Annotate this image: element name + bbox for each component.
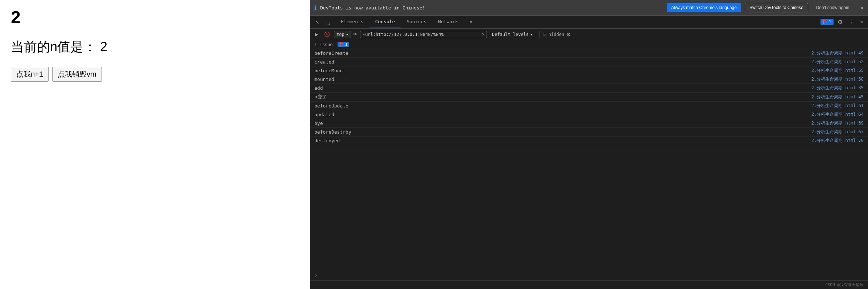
url-filter-input-container[interactable]: × (360, 31, 487, 38)
levels-label: Default levels (492, 32, 529, 37)
tab-network[interactable]: Network (432, 16, 464, 28)
log-text: add (314, 85, 323, 91)
source-link[interactable]: 2.分析生命周期.html:45 (811, 94, 864, 100)
log-text: bye (314, 121, 323, 126)
source-link[interactable]: 2.分析生命周期.html:39 (811, 120, 864, 126)
table-row: beforeUpdate 2.分析生命周期.html:61 (310, 102, 868, 110)
dont-show-again-button[interactable]: Don't show again (812, 3, 854, 12)
console-prompt: › (310, 270, 868, 280)
source-link[interactable]: 2.分析生命周期.html:58 (811, 76, 864, 82)
settings-icon[interactable]: ⚙ (836, 17, 844, 27)
log-text: beforeUpdate (314, 103, 348, 109)
issues-row: 1 Issue: 🚩 1 (310, 40, 868, 49)
source-link[interactable]: 2.分析生命周期.html:52 (811, 59, 864, 65)
close-devtools-icon[interactable]: × (858, 18, 865, 27)
console-settings-icon[interactable]: ⚙ (566, 32, 571, 37)
table-row: created 2.分析生命周期.html:52 (310, 58, 868, 66)
tabs-list: Elements Console Sources Network » (335, 16, 818, 28)
more-options-icon[interactable]: ⋮ (847, 17, 856, 27)
device-icon[interactable]: ⬚ (323, 18, 332, 27)
devtools-panel: ℹ DevTools is now available in Chinese! … (310, 0, 868, 289)
source-link[interactable]: 2.分析生命周期.html:61 (811, 103, 864, 109)
destroy-button[interactable]: 点我销毁vm (52, 67, 102, 82)
flag-icon-small: 🚩 (339, 42, 344, 47)
log-text: beforeDestroy (314, 129, 351, 135)
levels-dropdown[interactable]: Default levels ▾ (489, 31, 536, 38)
table-row: add 2.分析生命周期.html:35 (310, 84, 868, 93)
tab-icons-group: ↖ ⬚ (310, 18, 335, 27)
source-link[interactable]: 2.分析生命周期.html:55 (811, 68, 864, 74)
action-buttons: 点我n+1 点我销毁vm (11, 67, 299, 82)
prompt-arrow-icon: › (314, 272, 317, 278)
table-row: beforeMount 2.分析生命周期.html:55 (310, 66, 868, 75)
footer: CSDN @我有满天星辰 (310, 280, 868, 289)
source-link[interactable]: 2.分析生命周期.html:70 (811, 138, 864, 144)
info-icon: ℹ (314, 4, 317, 11)
table-row: mounted 2.分析生命周期.html:58 (310, 75, 868, 84)
switch-chinese-button[interactable]: Switch DevTools to Chinese (745, 3, 808, 12)
issue-badge[interactable]: 🚩 1 (821, 19, 834, 25)
tab-console[interactable]: Console (369, 16, 401, 28)
eye-icon[interactable]: 👁 (353, 32, 358, 37)
table-row: beforeDestroy 2.分析生命周期.html:67 (310, 128, 868, 137)
chevron-down-icon: ▾ (530, 32, 533, 37)
notification-bar: ℹ DevTools is now available in Chinese! … (310, 0, 868, 16)
toolbar-separator (539, 31, 540, 38)
table-row: n变了 2.分析生命周期.html:45 (310, 93, 868, 102)
console-toolbar: ▶ 🚫 top ▾ 👁 × Default levels ▾ 5 hidden … (310, 29, 868, 40)
footer-text: CSDN @我有满天星辰 (825, 282, 864, 287)
clear-filter-icon[interactable]: × (482, 32, 484, 37)
console-output[interactable]: beforeCreate 2.分析生命周期.html:49 created 2.… (310, 49, 868, 270)
tab-sources[interactable]: Sources (401, 16, 432, 28)
left-panel: 2 当前的n值是： 2 点我n+1 点我销毁vm (0, 0, 310, 289)
log-text: n变了 (314, 94, 327, 100)
log-text: beforeCreate (314, 50, 348, 56)
table-row: updated 2.分析生命周期.html:64 (310, 110, 868, 119)
top-label: top (336, 32, 344, 37)
execute-icon[interactable]: ▶ (313, 31, 320, 38)
page-number: 2 (11, 7, 299, 27)
issues-label: 1 Issue: (314, 42, 335, 47)
log-text: beforeMount (314, 68, 346, 73)
increment-button[interactable]: 点我n+1 (11, 67, 49, 82)
tabs-bar: ↖ ⬚ Elements Console Sources Network » 🚩 (310, 16, 868, 29)
log-text: updated (314, 112, 334, 117)
issues-badge[interactable]: 🚩 1 (338, 42, 350, 47)
current-value-label: 当前的n值是： (11, 39, 96, 54)
table-row: bye 2.分析生命周期.html:39 (310, 119, 868, 128)
current-value-number: 2 (100, 39, 107, 54)
tab-elements[interactable]: Elements (335, 16, 369, 28)
tabs-right-controls: 🚩 1 ⚙ ⋮ × (818, 17, 868, 27)
source-link[interactable]: 2.分析生命周期.html:49 (811, 50, 864, 56)
log-text: created (314, 59, 334, 65)
notification-text: DevTools is now available in Chinese! (320, 5, 663, 11)
match-language-button[interactable]: Always match Chrome's language (667, 3, 741, 12)
table-row: beforeCreate 2.分析生命周期.html:49 (310, 49, 868, 58)
flag-icon: 🚩 (823, 20, 828, 24)
table-row: destroyed 2.分析生命周期.html:70 (310, 137, 868, 145)
clear-console-icon[interactable]: 🚫 (322, 31, 332, 38)
close-notification-icon[interactable]: × (860, 4, 864, 11)
tab-more[interactable]: » (464, 16, 478, 28)
source-link[interactable]: 2.分析生命周期.html:64 (811, 111, 864, 118)
source-link[interactable]: 2.分析生命周期.html:67 (811, 129, 864, 135)
log-text: destroyed (314, 138, 340, 143)
hidden-count: 5 hidden (543, 32, 564, 37)
url-filter-input[interactable] (363, 32, 482, 37)
inspect-icon[interactable]: ↖ (313, 18, 322, 27)
top-context-dropdown[interactable]: top ▾ (334, 31, 351, 38)
current-value-display: 当前的n值是： 2 (11, 38, 299, 56)
source-link[interactable]: 2.分析生命周期.html:35 (811, 85, 864, 91)
chevron-down-icon: ▾ (346, 32, 348, 37)
log-text: mounted (314, 77, 334, 82)
